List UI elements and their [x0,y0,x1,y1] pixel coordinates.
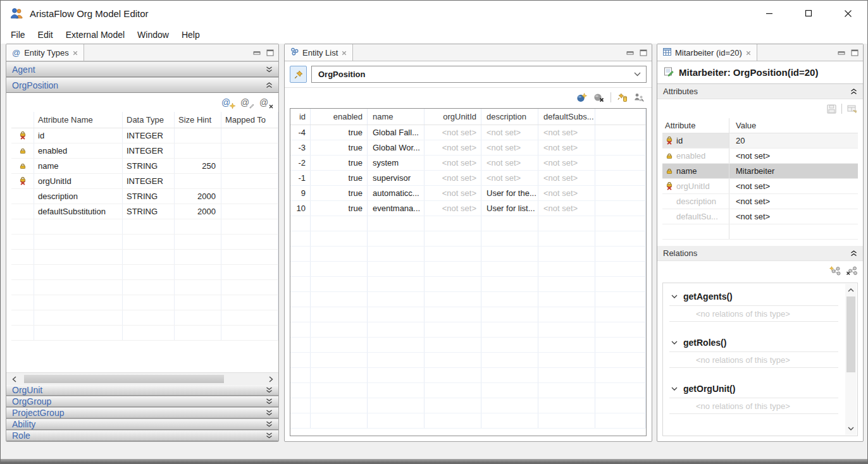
shelf-ability[interactable]: Ability [6,418,278,430]
attribute-value-row[interactable]: orgUnitId<not set> [662,179,858,194]
shelf-orgunit[interactable]: OrgUnit [6,385,278,396]
attribute-value-row[interactable]: defaultSu...<not set> [662,209,858,224]
column-header[interactable]: description [481,109,538,125]
menu-item-help[interactable]: Help [175,27,206,42]
attribute-type-row[interactable]: nameSTRING250 [11,159,278,174]
panel-maximize-icon[interactable] [851,49,859,56]
scroll-up-icon[interactable] [845,285,857,295]
attribute-type-row[interactable]: enabledINTEGER [11,143,278,159]
attribute-value-row[interactable]: enabled<not set> [662,149,858,164]
shelf-agent[interactable]: Agent [6,61,278,77]
table-row-empty [290,277,646,292]
column-header[interactable]: Size Hint [175,112,221,128]
relation-group-header[interactable]: getAgents() [663,288,845,305]
attribute-value-row[interactable]: nameMitarbeiter [662,164,858,179]
column-header[interactable]: id [290,109,311,125]
column-header[interactable]: name [368,109,425,125]
tab-close-icon[interactable] [342,48,347,58]
entity-row[interactable]: -1truesupervisor<not set><not set><not s… [290,171,646,186]
entity-row[interactable]: 9trueautomaticc...<not set>User for the.… [290,186,646,201]
add-relation-icon[interactable] [829,266,841,276]
shelf-projectgroup[interactable]: ProjectGroup [6,407,278,418]
tab-entity-types[interactable]: @ Entity Types [6,44,84,61]
scroll-left-icon[interactable] [9,373,19,385]
attributes-table-header[interactable]: Attribute Value [662,118,858,133]
relation-group-header[interactable]: getOrgUnit() [663,381,845,397]
table-row-empty [11,219,278,235]
panel-maximize-icon[interactable] [266,49,274,56]
tab-close-icon[interactable] [73,48,78,58]
pin-entity-type-button[interactable] [290,66,307,83]
scrollbar-thumb[interactable] [24,375,224,383]
panel-minimize-icon[interactable] [626,50,634,56]
attribute-type-row[interactable]: descriptionSTRING2000 [11,189,278,204]
tab-entity-list[interactable]: Entity List [285,44,353,61]
attribute-value-row[interactable]: description<not set> [662,194,858,209]
attribute-table-header[interactable]: Attribute NameData TypeSize HintMapped T… [11,112,278,128]
menu-item-edit[interactable]: Edit [32,27,59,42]
column-header[interactable]: defaultSubs... [538,109,595,125]
column-header[interactable]: Attribute Name [34,112,123,128]
shelf-role[interactable]: Role [6,430,278,441]
revert-attributes-icon[interactable] [847,104,857,113]
shelf-label: Ability [12,419,35,429]
tab-mitarbeiter[interactable]: Mitarbeiter (id=20) [657,44,757,61]
attribute-type-row[interactable]: orgUnitIdINTEGER [11,174,278,189]
menu-item-external-model[interactable]: External Model [59,27,131,42]
relation-group: getRoles()<no relations of this type> [663,329,845,368]
shelf-orgposition[interactable]: OrgPosition [6,77,278,93]
scroll-down-icon[interactable] [845,424,857,434]
shelf-label: OrgUnit [12,385,42,395]
column-header[interactable]: Data Type [123,112,175,128]
relations-section-header[interactable]: Relations [657,246,863,261]
column-header[interactable]: enabled [311,109,368,125]
shelf-orggroup[interactable]: OrgGroup [6,396,278,407]
delete-entity-icon[interactable] [593,93,604,102]
panel-minimize-icon[interactable] [838,50,845,56]
entity-row[interactable]: -4trueGlobal Fall...<not set><not set><n… [290,125,646,140]
relation-group-header[interactable]: getRoles() [663,334,845,351]
column-header[interactable]: orgUnitId [425,109,481,125]
table-row-empty [11,280,278,295]
entity-row[interactable]: 10trueeventmana...<not set>User for list… [290,201,646,216]
relation-group: getAgents()<no relations of this type> [663,283,845,322]
edit-attribute-icon[interactable]: @ [240,97,252,107]
add-entity-icon[interactable] [576,93,587,102]
scroll-right-icon[interactable] [266,373,276,385]
chevron-double-down-icon [266,410,273,416]
menu-item-window[interactable]: Window [131,27,175,42]
app-icon [10,8,23,19]
column-header-value[interactable]: Value [729,118,858,133]
table-row-empty [290,216,646,231]
save-attributes-icon[interactable] [827,104,836,114]
add-attribute-icon[interactable]: @ [221,97,233,107]
close-button[interactable] [828,1,867,26]
attribute-type-row[interactable]: defaultSubstitutionSTRING2000 [11,204,278,219]
attributes-section-header[interactable]: Attributes [657,84,863,99]
panel-minimize-icon[interactable] [253,50,261,56]
scrollbar-thumb[interactable] [846,296,855,372]
entity-table-header[interactable]: idenablednameorgUnitIddescriptiondefault… [290,109,646,125]
related-agents-icon[interactable] [634,93,644,102]
entity-list-icon [290,47,299,58]
pin-entity-icon[interactable] [617,93,628,102]
toolbar-separator [841,104,842,114]
vertical-scrollbar[interactable] [845,284,857,435]
entity-row[interactable]: -3trueGlobal Wor...<not set><not set><no… [290,140,646,156]
delete-attribute-icon[interactable]: @ [259,97,271,107]
attribute-value-row[interactable]: id20 [662,133,858,149]
column-header-attribute[interactable]: Attribute [662,118,729,133]
panel-maximize-icon[interactable] [640,49,647,56]
tab-close-icon[interactable] [746,48,751,58]
horizontal-scrollbar[interactable] [6,372,278,385]
column-header[interactable]: Mapped To [221,112,278,128]
entity-row[interactable]: -2truesystem<not set><not set><not set> [290,156,646,171]
table-row-empty [290,398,646,413]
combobox-value: OrgPosition [318,70,365,79]
maximize-button[interactable] [789,1,828,26]
remove-relation-icon[interactable] [846,266,857,276]
minimize-button[interactable] [750,1,789,26]
attribute-type-row[interactable]: idINTEGER [11,128,278,143]
entity-type-combobox[interactable]: OrgPosition [311,66,647,83]
menu-item-file[interactable]: File [4,27,32,42]
